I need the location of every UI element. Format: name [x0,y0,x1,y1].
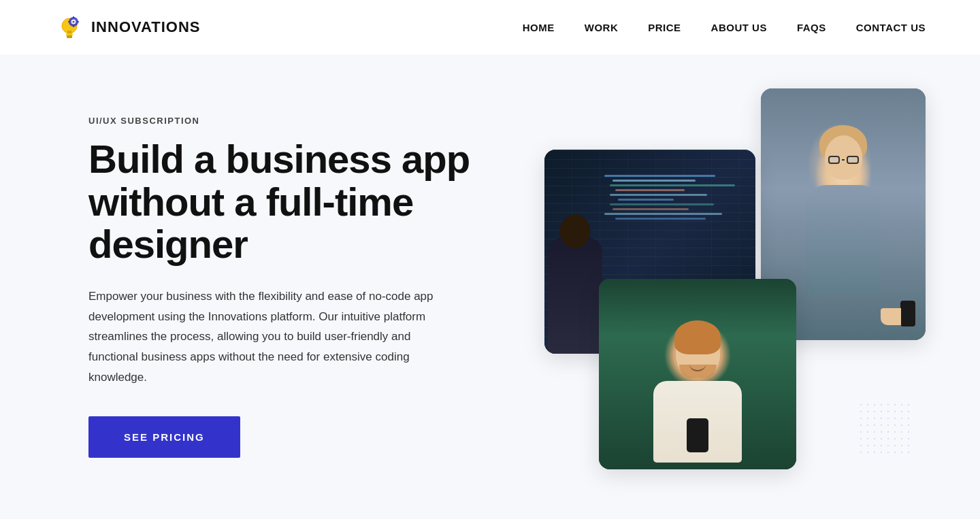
cta-button[interactable]: SEE PRICING [88,416,240,458]
svg-point-5 [73,21,75,23]
nav-faqs[interactable]: FAQS [797,22,826,33]
hero-eyebrow: UI/UX SUBSCRIPTION [88,116,490,126]
svg-rect-7 [73,25,74,27]
logo-text: INNOVATIONS [91,18,201,36]
svg-rect-6 [73,16,74,18]
man-figure [599,279,796,469]
nav-price[interactable]: PRICE [648,22,681,33]
hero-section: UI/UX SUBSCRIPTION Build a business app … [0,54,980,519]
nav-contact[interactable]: CONTACT US [856,22,926,33]
svg-rect-8 [68,21,70,22]
hero-images [544,88,926,469]
dot-pattern-decoration [858,401,912,456]
logo[interactable]: INNOVATIONS [54,12,201,42]
hero-title: Build a business app without a full-time… [88,138,490,266]
hero-description: Empower your business with the flexibili… [88,286,442,388]
nav-work[interactable]: WORK [585,22,619,33]
svg-rect-9 [77,21,79,22]
svg-rect-2 [67,35,72,38]
nav-about[interactable]: ABOUT US [711,22,767,33]
header: INNOVATIONS HOME WORK PRICE ABOUT US FAQ… [0,0,980,54]
main-nav: HOME WORK PRICE ABOUT US FAQS CONTACT US [523,22,926,33]
image-card-man [599,279,796,469]
nav-home[interactable]: HOME [523,22,555,33]
logo-icon [54,12,84,42]
hero-content: UI/UX SUBSCRIPTION Build a business app … [88,95,490,458]
